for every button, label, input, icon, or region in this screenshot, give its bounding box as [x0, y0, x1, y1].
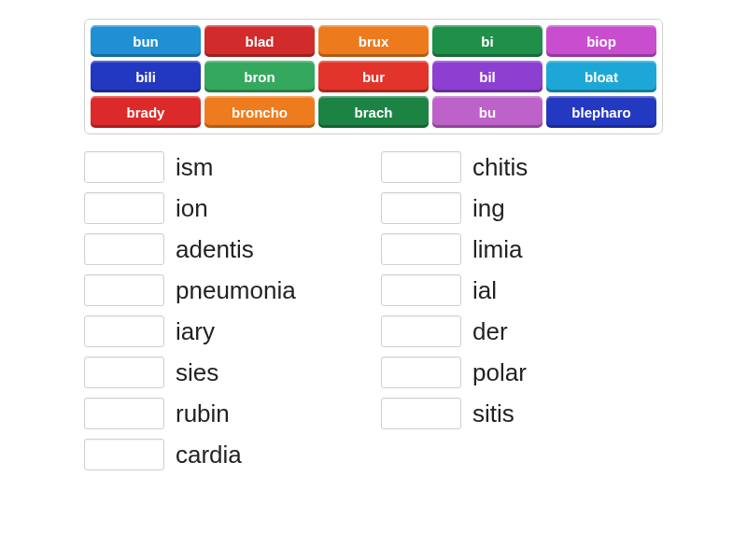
- slot-row: polar: [381, 357, 663, 388]
- slot-row: limia: [381, 233, 663, 265]
- drop-target[interactable]: [84, 357, 164, 388]
- tile-bloat[interactable]: bloat: [546, 61, 656, 92]
- drop-target[interactable]: [381, 315, 461, 347]
- drop-target[interactable]: [381, 151, 461, 183]
- drop-target[interactable]: [84, 315, 164, 347]
- tile-brady[interactable]: brady: [91, 96, 201, 128]
- suffix-label: chitis: [472, 153, 528, 182]
- tile-tray: bunbladbruxbibiopbilibronburbilbloatbrad…: [84, 19, 663, 134]
- column-right: chitisinglimiaialderpolarsitis: [381, 151, 663, 480]
- tile-bun[interactable]: bun: [91, 25, 201, 57]
- suffix-label: limia: [472, 235, 522, 264]
- suffix-label: rubin: [176, 399, 230, 428]
- slot-row: ing: [381, 192, 663, 224]
- drop-target[interactable]: [84, 192, 164, 224]
- slot-row: ion: [84, 192, 366, 224]
- tile-blepharo[interactable]: blepharo: [546, 96, 656, 128]
- tile-bil[interactable]: bil: [432, 61, 543, 92]
- tile-brach[interactable]: brach: [318, 96, 429, 128]
- tile-bur[interactable]: bur: [318, 61, 429, 92]
- drop-target[interactable]: [381, 192, 461, 224]
- tile-bili[interactable]: bili: [91, 61, 201, 92]
- slot-row: iary: [84, 315, 366, 347]
- drop-columns: ismionadentispneumoniaiarysiesrubincardi…: [84, 151, 663, 480]
- slot-row: ism: [84, 151, 366, 183]
- suffix-label: ing: [472, 194, 505, 223]
- drop-target[interactable]: [381, 274, 461, 306]
- slot-row: der: [381, 315, 663, 347]
- slot-row: sies: [84, 357, 366, 388]
- tile-bu[interactable]: bu: [432, 96, 543, 128]
- suffix-label: adentis: [176, 235, 254, 264]
- drop-target[interactable]: [381, 398, 461, 429]
- tile-blad[interactable]: blad: [204, 25, 315, 57]
- suffix-label: cardia: [176, 441, 242, 469]
- suffix-label: iary: [176, 317, 215, 346]
- suffix-label: sitis: [472, 399, 514, 428]
- drop-target[interactable]: [84, 439, 164, 470]
- tile-brux[interactable]: brux: [318, 25, 429, 57]
- suffix-label: sies: [176, 358, 218, 387]
- slot-row: pneumonia: [84, 274, 366, 306]
- drop-target[interactable]: [84, 233, 164, 265]
- drop-target[interactable]: [84, 151, 164, 183]
- suffix-label: pneumonia: [176, 276, 296, 305]
- tile-biop[interactable]: biop: [546, 25, 656, 57]
- slot-row: sitis: [381, 398, 663, 429]
- suffix-label: ism: [176, 153, 213, 182]
- drop-target[interactable]: [381, 357, 461, 388]
- slot-row: chitis: [381, 151, 663, 183]
- drop-target[interactable]: [84, 398, 164, 429]
- slot-row: cardia: [84, 439, 366, 470]
- tile-bi[interactable]: bi: [432, 25, 543, 57]
- slot-row: adentis: [84, 233, 366, 265]
- tile-broncho[interactable]: broncho: [204, 96, 315, 128]
- drop-target[interactable]: [381, 233, 461, 265]
- tile-bron[interactable]: bron: [204, 61, 315, 92]
- suffix-label: ial: [472, 276, 497, 305]
- column-left: ismionadentispneumoniaiarysiesrubincardi…: [84, 151, 366, 480]
- suffix-label: ion: [176, 194, 208, 223]
- drop-target[interactable]: [84, 274, 164, 306]
- suffix-label: polar: [472, 358, 527, 387]
- suffix-label: der: [472, 317, 508, 346]
- slot-row: ial: [381, 274, 663, 306]
- slot-row: rubin: [84, 398, 366, 429]
